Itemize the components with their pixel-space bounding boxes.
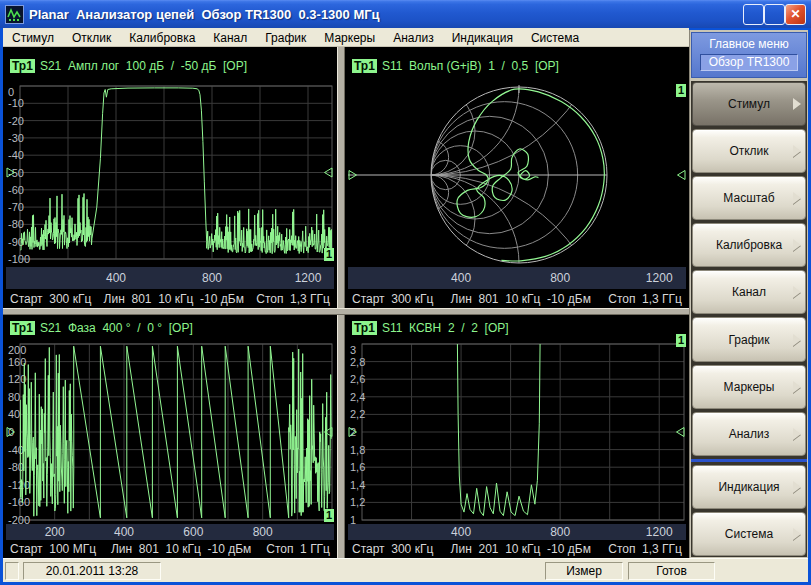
svg-text:-10: -10	[8, 97, 24, 109]
chart-panel-s21-log-mag: Тр1S21 Ампл лог 100 дБ / -50 дБ [ОР]0-10…	[3, 47, 337, 308]
svg-text:1,4: 1,4	[350, 479, 365, 491]
chart-title: S21 Фаза 400 ° / 0 ° [ОР]	[40, 321, 193, 335]
svg-text:2: 2	[350, 426, 356, 438]
menu-item-otklik[interactable]: Отклик	[63, 29, 120, 46]
chart-panel-s11-swr: Тр1S11 КСВН 2 / 2 [ОР]32,82,62,42,221,81…	[345, 315, 689, 558]
sidebar-button-markery[interactable]: Маркеры	[692, 365, 806, 409]
chart-header: Тр1S21 Фаза 400 ° / 0 ° [ОР]	[10, 320, 193, 335]
softkey-buttons: СтимулОткликМасштабКалибровкаКаналГрафик…	[691, 81, 807, 557]
sidebar-button-kanal[interactable]: Канал	[692, 270, 806, 314]
chart-canvas: 32,82,62,42,221,81,61,41,21	[348, 343, 686, 521]
chart-canvas: 20016012080400-40-80-120-160-200	[6, 343, 334, 521]
sweep-stop: Стоп 1,3 ГГц	[256, 292, 330, 306]
chevron-right-icon	[793, 286, 801, 298]
vertical-splitter[interactable]	[337, 47, 345, 558]
chart-panel-s21-phase: Тр1S21 Фаза 400 ° / 0 ° [ОР]200160120804…	[3, 315, 337, 558]
chart-plot-s21-phase: 20016012080400-40-80-120-160-200	[6, 343, 334, 521]
chart-panel-s11-smith: Тр1S11 Вольп (G+jB) 1 / 0,5 [ОР]40080012…	[345, 47, 689, 308]
sidebar-button-analiz[interactable]: Анализ	[692, 412, 806, 456]
chart-plot-s11-swr: 32,82,62,42,221,81,61,41,21	[348, 343, 686, 521]
x-tick-label: 1200	[646, 267, 673, 289]
menu-item-kanal[interactable]: Канал	[204, 29, 256, 46]
svg-text:-50: -50	[8, 167, 24, 179]
close-icon[interactable]	[785, 4, 806, 25]
sidebar-button-label: Индикация	[718, 480, 779, 494]
x-tick-label: 1200	[646, 524, 673, 540]
sweep-status-line: Старт 300 кГцЛин 801 10 кГц -10 дБмСтоп …	[6, 292, 334, 306]
x-tick-label: 1200	[295, 267, 322, 289]
chevron-right-icon	[793, 192, 801, 204]
sidebar-header: Главное меню Обзор TR1300	[691, 32, 807, 78]
sidebar-button-masshtab[interactable]: Масштаб	[692, 176, 806, 220]
chevron-right-icon	[793, 145, 801, 157]
menu-item-grafik[interactable]: График	[256, 29, 315, 46]
menu-item-sistema[interactable]: Система	[522, 29, 588, 46]
sidebar-button-label: График	[729, 333, 770, 347]
x-tick-label: 800	[550, 267, 570, 289]
menu-item-stimul[interactable]: Стимул	[3, 29, 63, 46]
svg-text:120: 120	[8, 373, 26, 385]
svg-text:2,6: 2,6	[350, 373, 365, 385]
title-bar[interactable]: Planar Анализатор цепей Обзор TR1300 0.3…	[0, 0, 811, 28]
horizontal-splitter[interactable]	[3, 308, 689, 315]
chevron-right-icon	[793, 98, 801, 110]
trace-number-badge: Тр1	[352, 321, 377, 335]
chart-canvas: 0-10-20-30-40-50-60-70-80-90-100	[6, 85, 334, 260]
svg-text:3: 3	[350, 344, 356, 356]
sweep-status-line: Старт 100 МГцЛин 801 10 кГц -10 дБмСтоп …	[6, 542, 334, 556]
svg-text:0: 0	[8, 86, 14, 98]
status-bar: 20.01.2011 13:28 Измер Готов	[3, 558, 808, 582]
sidebar-button-otklik[interactable]: Отклик	[692, 129, 806, 173]
minimize-icon[interactable]	[743, 4, 764, 25]
svg-text:80: 80	[8, 391, 20, 403]
chart-header: Тр1S11 КСВН 2 / 2 [ОР]	[352, 320, 509, 335]
sidebar-button-label: Стимул	[728, 97, 770, 111]
sweep-settings: Лин 801 10 кГц -10 дБм	[111, 542, 251, 556]
chevron-right-icon	[793, 528, 801, 540]
x-tick-label: 400	[114, 524, 134, 540]
menu-bar: СтимулОткликКалибровкаКаналГрафикМаркеры…	[3, 28, 689, 47]
status-datetime: 20.01.2011 13:28	[23, 562, 161, 580]
sidebar-button-label: Отклик	[729, 144, 768, 158]
svg-text:-20: -20	[8, 115, 24, 127]
svg-text:-120: -120	[8, 479, 30, 491]
maximize-icon[interactable]	[764, 4, 785, 25]
svg-text:160: 160	[8, 356, 26, 368]
chevron-right-icon	[793, 334, 801, 346]
sidebar-button-grafik[interactable]: График	[692, 317, 806, 361]
svg-text:2,2: 2,2	[350, 408, 365, 420]
svg-text:-60: -60	[8, 184, 24, 196]
trace-number-badge: Тр1	[10, 59, 35, 73]
chart-plot-s11-smith	[348, 85, 686, 265]
svg-text:-30: -30	[8, 132, 24, 144]
sweep-start: Старт 300 кГц	[352, 542, 433, 556]
chart-header: Тр1S21 Ампл лог 100 дБ / -50 дБ [ОР]	[10, 58, 247, 73]
app-logo-icon	[5, 5, 24, 24]
chevron-right-icon	[793, 381, 801, 393]
sidebar-button-kalibrovka[interactable]: Калибровка	[692, 223, 806, 267]
channel-number-badge: 1	[676, 334, 686, 347]
x-tick-label: 400	[106, 267, 126, 289]
sidebar-button-label: Канал	[732, 285, 766, 299]
chart-title: S11 Вольп (G+jB) 1 / 0,5 [ОР]	[382, 59, 559, 73]
chevron-right-icon	[793, 428, 801, 440]
channel-number-badge: 1	[324, 509, 334, 522]
x-tick-label: 600	[183, 524, 203, 540]
sidebar-button-indikatsiya[interactable]: Индикация	[692, 465, 806, 509]
x-tick-label: 800	[253, 524, 273, 540]
menu-item-analiz[interactable]: Анализ	[384, 29, 443, 46]
menu-item-markery[interactable]: Маркеры	[315, 29, 384, 46]
svg-text:200: 200	[8, 344, 26, 356]
sidebar-button-stimul[interactable]: Стимул	[692, 82, 806, 126]
sidebar-button-label: Маркеры	[724, 380, 775, 394]
x-tick-label: 800	[550, 524, 570, 540]
menu-item-kalibrovka[interactable]: Калибровка	[120, 29, 204, 46]
svg-text:-70: -70	[8, 201, 24, 213]
x-axis-band: 4008001200	[348, 267, 686, 289]
sidebar-button-sistema[interactable]: Система	[692, 512, 806, 556]
x-tick-label: 200	[45, 524, 65, 540]
x-axis-band: 200400600800	[6, 524, 334, 540]
chevron-right-icon	[793, 239, 801, 251]
sweep-settings: Лин 801 10 кГц -10 дБм	[451, 292, 591, 306]
menu-item-indikatsiya[interactable]: Индикация	[443, 29, 522, 46]
